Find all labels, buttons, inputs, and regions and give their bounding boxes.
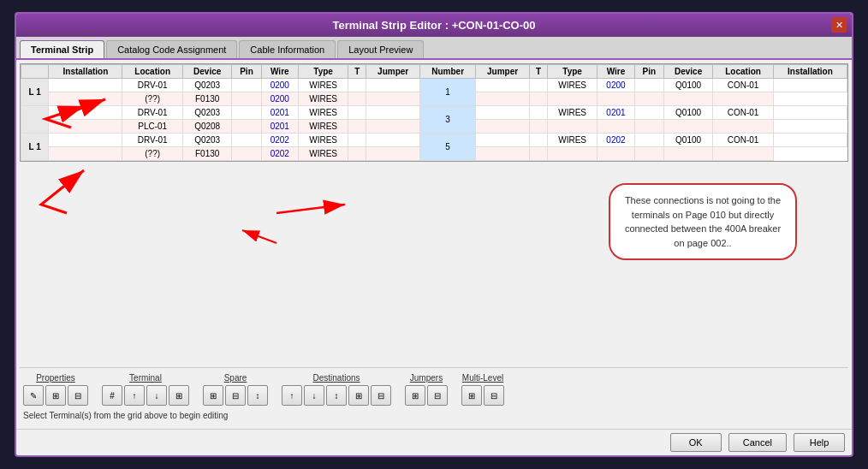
col-type-left: Type (299, 65, 348, 79)
table-row[interactable]: DRV-01 Q0203 0201 WIRES 3 WIRES 0201 (21, 106, 847, 120)
col-location-left: Location (122, 65, 183, 79)
col-location-right: Location (713, 65, 774, 79)
multilevel-buttons: ⊞ ⊟ (461, 385, 504, 406)
jumper-add-btn[interactable]: ⊞ (405, 385, 425, 406)
svg-line-3 (242, 230, 276, 243)
main-content: Installation Location Device Pin Wire Ty… (16, 60, 852, 429)
ok-button[interactable]: OK (670, 433, 722, 452)
col-device-left: Device (182, 65, 231, 79)
table-row[interactable]: L 1 DRV-01 Q0203 0200 WIRES 1 (21, 79, 847, 92)
col-type-right: Type (548, 65, 597, 79)
bottom-panel: Properties ✎ ⊞ ⊟ Terminal # ↑ ↓ ⊞ (20, 367, 848, 425)
col-jumper2: Jumper (476, 65, 530, 79)
spare-swap-btn[interactable]: ↕ (247, 385, 268, 406)
tab-catalog-code[interactable]: Catalog Code Assignment (106, 40, 237, 58)
dialog-buttons: OK Cancel Help (16, 429, 852, 455)
main-window: Terminal Strip Editor : +CON-01-CO-00 ✕ … (15, 12, 853, 457)
col-jumper1-left: Jumper (366, 65, 420, 79)
terminal-num-btn[interactable]: # (102, 385, 122, 406)
title-bar: Terminal Strip Editor : +CON-01-CO-00 ✕ (16, 14, 852, 37)
terminal-label[interactable]: Terminal (129, 373, 162, 383)
properties-remove-btn[interactable]: ⊟ (68, 385, 88, 406)
col-t-right: T (530, 65, 548, 79)
tab-cable-info[interactable]: Cable Information (239, 40, 336, 58)
row-label-1: L 1 (21, 79, 49, 106)
destinations-buttons: ↑ ↓ ↕ ⊞ ⊟ (282, 385, 391, 406)
multilevel-toolbar: Multi-Level ⊞ ⊟ (461, 373, 504, 406)
terminal-add-btn[interactable]: ⊞ (169, 385, 189, 406)
spare-toolbar: Spare ⊞ ⊟ ↕ (203, 373, 268, 406)
multilevel-label[interactable]: Multi-Level (462, 373, 503, 383)
properties-add-btn[interactable]: ⊞ (45, 385, 66, 406)
jumpers-buttons: ⊞ ⊟ (405, 385, 448, 406)
terminal-table: Installation Location Device Pin Wire Ty… (21, 64, 847, 161)
spare-label[interactable]: Spare (224, 373, 247, 383)
help-button[interactable]: Help (794, 433, 845, 452)
terminal-toolbar: Terminal # ↑ ↓ ⊞ (102, 373, 189, 406)
status-bar: Select Terminal(s) from the grid above t… (23, 409, 845, 422)
properties-toolbar: Properties ✎ ⊞ ⊟ (23, 373, 88, 406)
dest-add-btn[interactable]: ⊞ (348, 385, 369, 406)
close-button[interactable]: ✕ (831, 17, 847, 33)
jumpers-toolbar: Jumpers ⊞ ⊟ (405, 373, 448, 406)
data-table-container[interactable]: Installation Location Device Pin Wire Ty… (20, 63, 848, 162)
spare-buttons: ⊞ ⊟ ↕ (203, 385, 268, 406)
col-row-label (21, 65, 49, 79)
window-title: Terminal Strip Editor : +CON-01-CO-00 (332, 19, 535, 32)
destinations-label[interactable]: Destinations (312, 373, 360, 383)
spare-add-btn[interactable]: ⊞ (203, 385, 223, 406)
col-device-right: Device (663, 65, 712, 79)
col-installation-right: Installation (773, 65, 847, 79)
row-label-2 (21, 106, 49, 134)
col-t-left: T (348, 65, 366, 79)
col-wire-right: Wire (597, 65, 635, 79)
dest-swap-btn[interactable]: ↕ (326, 385, 347, 406)
col-pin-left: Pin (232, 65, 261, 79)
destinations-toolbar: Destinations ↑ ↓ ↕ ⊞ ⊟ (282, 373, 391, 406)
col-wire-left: Wire (261, 65, 299, 79)
cancel-button[interactable]: Cancel (728, 433, 787, 452)
svg-line-2 (276, 205, 345, 213)
multilevel-add-btn[interactable]: ⊞ (461, 385, 482, 406)
jumpers-label[interactable]: Jumpers (410, 373, 443, 383)
terminal-buttons: # ↑ ↓ ⊞ (102, 385, 189, 406)
properties-edit-btn[interactable]: ✎ (23, 385, 44, 406)
properties-buttons: ✎ ⊞ ⊟ (23, 385, 88, 406)
col-installation-left: Installation (49, 65, 122, 79)
multilevel-remove-btn[interactable]: ⊟ (484, 385, 504, 406)
dest-up-btn[interactable]: ↑ (282, 385, 302, 406)
tab-terminal-strip[interactable]: Terminal Strip (20, 40, 104, 58)
tab-layout-preview[interactable]: Layout Preview (337, 40, 424, 58)
dest-remove-btn[interactable]: ⊟ (371, 385, 391, 406)
annotation-bubble: These connections is not going to the te… (609, 183, 797, 260)
jumper-remove-btn[interactable]: ⊟ (427, 385, 448, 406)
terminal-down-btn[interactable]: ↓ (146, 385, 167, 406)
spare-remove-btn[interactable]: ⊟ (225, 385, 246, 406)
col-pin-right: Pin (634, 65, 663, 79)
col-number: Number (420, 65, 476, 79)
dest-down-btn[interactable]: ↓ (304, 385, 324, 406)
row-label-3: L 1 (21, 134, 49, 161)
properties-label[interactable]: Properties (36, 373, 75, 383)
terminal-up-btn[interactable]: ↑ (124, 385, 145, 406)
table-row[interactable]: L 1 DRV-01 Q0203 0202 WIRES 5 (21, 134, 847, 147)
toolbar-area: Properties ✎ ⊞ ⊟ Terminal # ↑ ↓ ⊞ (23, 373, 845, 406)
tab-bar: Terminal Strip Catalog Code Assignment C… (16, 37, 852, 60)
